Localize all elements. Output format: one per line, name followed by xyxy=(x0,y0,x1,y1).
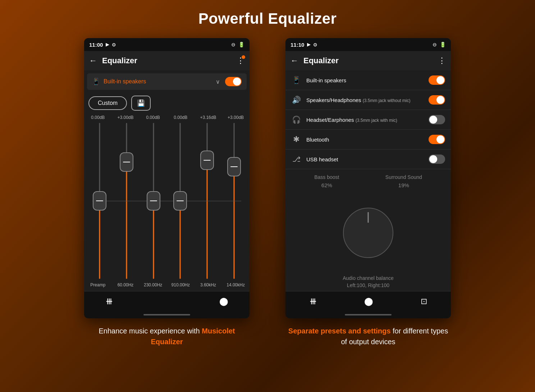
builtin-name: Built-in speakers xyxy=(306,77,429,83)
bass-boost-col: Bass boost 62% xyxy=(314,174,339,188)
preset-row: Custom 💾 xyxy=(84,93,250,114)
phone2-content: 📱 Built-in speakers 🔊 Speakers/Headphone… xyxy=(285,70,451,318)
rec-icon-1: ⊙ xyxy=(112,42,116,47)
output-item-speakers[interactable]: 🔊 Speakers/Headphones (3.5mm jack withou… xyxy=(285,90,451,110)
thumb-preamp[interactable] xyxy=(93,191,106,211)
play-icon-2: ▶ xyxy=(307,42,310,47)
speakers-toggle[interactable] xyxy=(429,95,445,105)
builtin-toggle-knob xyxy=(436,76,444,84)
balance-knob[interactable] xyxy=(343,208,393,258)
output-item-bluetooth[interactable]: ✱ Bluetooth xyxy=(285,130,451,149)
freq-label-0: Preamp xyxy=(87,282,109,287)
builtin-icon: 📱 xyxy=(291,76,301,84)
db-label-4: +3.16dB xyxy=(197,115,219,120)
device-selector-1[interactable]: 📱 Built-in speakers ∨ xyxy=(87,73,247,90)
phones-container: 11:00 ▶ ⊙ ⊖ 🔋 ← Equalizer ⋮ 📱 Built-in xyxy=(0,38,535,318)
home-bar-line-2 xyxy=(345,314,392,315)
speakers-icon: 🔊 xyxy=(291,96,301,104)
topbar-2: ← Equalizer ⋮ xyxy=(285,51,451,70)
bluetooth-name: Bluetooth xyxy=(306,137,429,143)
eq-nav-icon-2[interactable]: ⧻ xyxy=(309,296,317,307)
device-toggle-1[interactable] xyxy=(225,77,242,86)
toggle-knob-1 xyxy=(233,78,241,86)
surround-label: Surround Sound xyxy=(385,174,422,180)
thumb-3k6hz[interactable] xyxy=(200,151,214,170)
headset-name: Headset/Earphones (3.5mm jack with mic) xyxy=(306,117,429,123)
bottom-nav-2: ⧻ ⬤ ⊡ xyxy=(285,291,451,311)
home-bar-line-1 xyxy=(143,314,190,315)
back-button-2[interactable]: ← xyxy=(291,56,298,65)
thumb-line-14khz xyxy=(230,166,238,167)
channel-balance-value: Left:100, Right:100 xyxy=(288,282,448,288)
time-2: 11:10 xyxy=(291,42,304,48)
bluetooth-icon: ✱ xyxy=(291,135,301,144)
thumb-230hz[interactable] xyxy=(147,191,160,211)
more-button-wrapper-1: ⋮ xyxy=(237,56,244,65)
custom-preset-button[interactable]: Custom xyxy=(88,96,127,110)
db-label-0: 0.00dB xyxy=(87,115,109,120)
bottom-nav-1: ⧻ ⬤ xyxy=(84,291,250,311)
usb-name: USB headset xyxy=(306,156,429,162)
surround-value: 19% xyxy=(398,182,409,188)
shaft-60hz-orange xyxy=(126,162,127,279)
device-name-1: Built-in speakers xyxy=(104,78,216,85)
shaft-14khz-orange xyxy=(233,167,234,279)
status-right-1: ⊖ 🔋 xyxy=(231,42,244,47)
circle-nav-icon-2[interactable]: ⬤ xyxy=(364,297,373,306)
phone-1: 11:00 ▶ ⊙ ⊖ 🔋 ← Equalizer ⋮ 📱 Built-in xyxy=(84,38,250,318)
freq-label-1: 60.00Hz xyxy=(115,282,136,287)
bass-boost-label: Bass boost xyxy=(314,174,339,180)
phone1-content: 📱 Built-in speakers ∨ Custom 💾 0.00dB +3… xyxy=(84,70,250,318)
db-label-2: 0.00dB xyxy=(142,115,164,120)
back-button-1[interactable]: ← xyxy=(89,56,97,65)
caption-1: Enhance music experience with Musicolet … xyxy=(84,326,250,347)
output-item-usb[interactable]: ⎇ USB headset xyxy=(285,149,451,169)
rec-icon-2: ⊙ xyxy=(313,42,317,47)
headset-toggle[interactable] xyxy=(429,115,445,124)
channel-balance-section: Audio channel balance Left:100, Right:10… xyxy=(285,272,451,291)
output-item-headset[interactable]: 🎧 Headset/Earphones (3.5mm jack with mic… xyxy=(285,110,451,130)
time-1: 11:00 xyxy=(89,42,103,48)
output-list: 📱 Built-in speakers 🔊 Speakers/Headphone… xyxy=(285,70,451,169)
freq-label-4: 3.60kHz xyxy=(197,282,219,287)
builtin-toggle[interactable] xyxy=(429,75,445,85)
minus-circle-icon-2: ⊖ xyxy=(433,42,437,47)
more-menu-button-2[interactable]: ⋮ xyxy=(438,56,446,65)
speakers-toggle-knob xyxy=(436,96,444,104)
status-left-2: 11:10 ▶ ⊙ xyxy=(291,42,317,48)
db-label-3: 0.00dB xyxy=(170,115,191,120)
output-item-builtin[interactable]: 📱 Built-in speakers xyxy=(285,70,451,90)
thumb-line-230hz xyxy=(150,200,157,201)
thumb-line-3k6hz xyxy=(204,160,211,161)
eq-nav-icon-1[interactable]: ⧻ xyxy=(105,296,113,307)
minus-circle-icon: ⊖ xyxy=(231,42,236,47)
headset-icon: 🎧 xyxy=(291,115,301,124)
caption-2: Separate presets and settings for differ… xyxy=(285,326,451,347)
speakers-name: Speakers/Headphones (3.5mm jack without … xyxy=(306,97,429,103)
thumb-line-910hz xyxy=(177,200,184,201)
screen-title-2: Equalizer xyxy=(303,56,438,65)
status-bar-1: 11:00 ▶ ⊙ ⊖ 🔋 xyxy=(84,38,250,51)
screen-title-1: Equalizer xyxy=(102,56,237,65)
thumb-910hz[interactable] xyxy=(173,191,187,211)
bluetooth-toggle[interactable] xyxy=(429,135,445,144)
thumb-60hz[interactable] xyxy=(120,152,133,172)
thumb-14khz[interactable] xyxy=(227,157,241,176)
save-preset-button[interactable]: 💾 xyxy=(131,96,151,111)
knob-container xyxy=(285,193,451,272)
bass-boost-value: 62% xyxy=(321,182,332,188)
circle-nav-icon-1[interactable]: ⬤ xyxy=(219,297,228,306)
shaft-preamp-orange xyxy=(99,201,100,279)
status-bar-2: 11:10 ▶ ⊙ ⊖ 🔋 xyxy=(285,38,451,51)
sliders-visual xyxy=(84,121,250,280)
surround-col: Surround Sound 19% xyxy=(385,174,422,188)
db-label-1: +3.00dB xyxy=(115,115,136,120)
topbar-1: ← Equalizer ⋮ xyxy=(84,51,250,70)
usb-toggle[interactable] xyxy=(429,155,445,164)
phone-2: 11:10 ▶ ⊙ ⊖ 🔋 ← Equalizer ⋮ 📱 Built-in s… xyxy=(285,38,451,318)
thumb-line-preamp xyxy=(96,200,103,201)
caption-1-plain: Enhance music experience with xyxy=(99,327,202,335)
headset-toggle-knob xyxy=(429,116,437,124)
battery-icon-2: 🔋 xyxy=(440,42,446,47)
camera-nav-icon-2[interactable]: ⊡ xyxy=(421,297,427,306)
